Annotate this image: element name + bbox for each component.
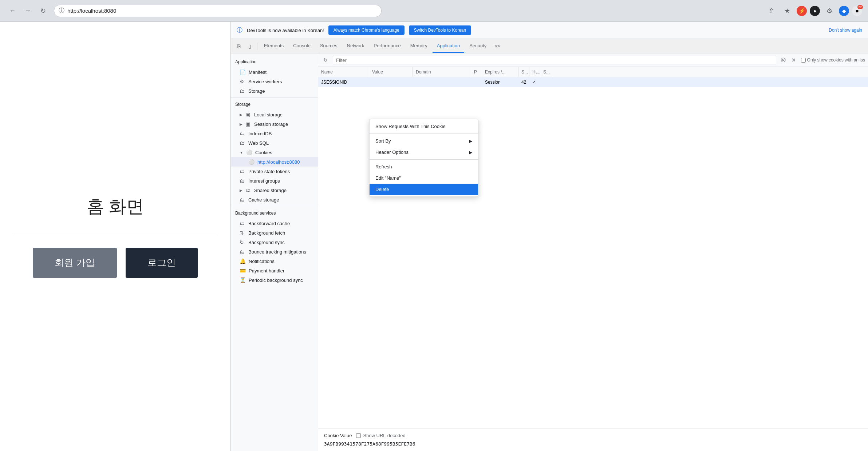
- filter-close-icon[interactable]: ✕: [789, 56, 798, 64]
- tab-network[interactable]: Network: [343, 40, 369, 53]
- more-tabs-button[interactable]: >>: [492, 43, 503, 49]
- sidebar-item-session-storage[interactable]: ▶ ▣ Session storage: [231, 119, 318, 129]
- payment-handler-icon: 💳: [240, 268, 246, 274]
- main-layout: 홈 화면 회원 가입 로그인 ⓘ DevTools is now availab…: [0, 22, 868, 451]
- sidebar-divider-1: [231, 97, 318, 97]
- dont-show-button[interactable]: Don't show again: [829, 28, 862, 33]
- td-p: [471, 77, 482, 87]
- cookie-table: Name Value Domain P Expires /... S... Ht…: [318, 67, 868, 87]
- sidebar-item-background-fetch[interactable]: ⇅ Background fetch: [231, 228, 318, 238]
- cookies-filter-checkbox-label[interactable]: Only show cookies with an iss: [801, 57, 865, 63]
- th-p: P: [471, 67, 482, 77]
- sidebar-item-interest-groups[interactable]: 🗂 Interest groups: [231, 176, 318, 185]
- filter-clear-filters-icon[interactable]: ☹: [779, 56, 788, 64]
- manifest-icon: 📄: [240, 69, 246, 75]
- sidebar-item-back-forward-cache[interactable]: 🗂 Back/forward cache: [231, 219, 318, 228]
- tab-performance[interactable]: Performance: [369, 40, 405, 53]
- background-sync-label: Background sync: [248, 240, 285, 245]
- local-storage-icon: ▣: [245, 112, 251, 117]
- cookie-value-label: Cookie Value: [324, 433, 352, 438]
- context-menu-refresh[interactable]: Refresh: [370, 161, 478, 172]
- sidebar-item-cookies[interactable]: ▼ ⚪ Cookies: [231, 148, 318, 157]
- cookies-filter-label: Only show cookies with an iss: [807, 57, 865, 63]
- address-bar[interactable]: ⓘ http://localhost:8080: [54, 5, 382, 17]
- sidebar-item-background-sync[interactable]: ↻ Background sync: [231, 238, 318, 247]
- context-menu-edit-name-label: Edit "Name": [375, 175, 401, 181]
- share-icon[interactable]: ⇪: [765, 4, 778, 17]
- th-sc: S...: [540, 67, 551, 77]
- sidebar-item-service-workers[interactable]: ⚙ Service workers: [231, 77, 318, 86]
- bookmark-icon[interactable]: ★: [781, 4, 794, 17]
- sidebar-item-cache-storage[interactable]: 🗂 Cache storage: [231, 195, 318, 204]
- context-menu-show-requests[interactable]: Show Requests With This Cookie: [370, 121, 478, 132]
- sidebar-item-private-state-tokens[interactable]: 🗂 Private state tokens: [231, 167, 318, 176]
- indexeddb-icon: 🗂: [240, 131, 245, 136]
- address-info-icon: ⓘ: [59, 7, 64, 15]
- device-icon[interactable]: ▯: [245, 41, 255, 51]
- settings-icon[interactable]: ⚙: [823, 4, 836, 17]
- local-storage-label: Local storage: [254, 112, 283, 117]
- context-menu-edit-name[interactable]: Edit "Name": [370, 172, 478, 184]
- extension-icon-red[interactable]: ⚡: [797, 6, 807, 16]
- sidebar-item-indexeddb[interactable]: 🗂 IndexedDB: [231, 129, 318, 138]
- manifest-label: Manifest: [249, 69, 267, 75]
- session-storage-icon: ▣: [245, 121, 251, 127]
- sidebar-item-bounce-tracking[interactable]: 🗂 Bounce tracking mitigations: [231, 247, 318, 256]
- context-menu-divider-2: [370, 159, 478, 160]
- sidebar-item-periodic-background-sync[interactable]: ⏳ Periodic background sync: [231, 275, 318, 285]
- periodic-background-sync-icon: ⏳: [240, 277, 246, 283]
- indexeddb-label: IndexedDB: [248, 131, 272, 136]
- filter-bar: ↻ ☹ ✕ Only show cookies with an iss: [318, 53, 868, 67]
- table-row-jsessionid[interactable]: JSESSIONID Session 42 ✓: [318, 77, 868, 87]
- web-sql-icon: 🗂: [240, 140, 245, 146]
- extension-icon-dark[interactable]: ●: [810, 6, 820, 16]
- background-fetch-label: Background fetch: [248, 230, 285, 236]
- web-sql-label: Web SQL: [248, 140, 269, 146]
- filter-input[interactable]: [333, 56, 776, 64]
- sidebar-item-web-sql[interactable]: 🗂 Web SQL: [231, 138, 318, 148]
- tab-sources[interactable]: Sources: [316, 40, 342, 53]
- cookies-arrow: ▼: [240, 151, 243, 155]
- tab-application[interactable]: Application: [433, 40, 465, 53]
- back-forward-cache-icon: 🗂: [240, 220, 245, 226]
- storage-top-icon: 🗂: [240, 88, 245, 94]
- private-state-tokens-icon: 🗂: [240, 168, 245, 174]
- sidebar-item-cookies-url[interactable]: ⚪ http://localhost:8080: [231, 157, 318, 167]
- tab-security[interactable]: Security: [465, 40, 491, 53]
- cache-storage-icon: 🗂: [240, 197, 245, 203]
- sidebar-item-manifest[interactable]: 📄 Manifest: [231, 67, 318, 77]
- filter-refresh-button[interactable]: ↻: [321, 56, 330, 64]
- cookies-filter-checkbox[interactable]: [801, 58, 806, 63]
- inspect-icon[interactable]: ⎘: [234, 41, 244, 51]
- sidebar-item-local-storage[interactable]: ▶ ▣ Local storage: [231, 110, 318, 119]
- tab-console[interactable]: Console: [289, 40, 315, 53]
- bounce-tracking-icon: 🗂: [240, 249, 245, 255]
- shared-storage-icon: 🗂: [245, 187, 251, 193]
- tab-memory[interactable]: Memory: [406, 40, 432, 53]
- sidebar-item-storage-top[interactable]: 🗂 Storage: [231, 86, 318, 96]
- tab-elements[interactable]: Elements: [260, 40, 288, 53]
- switch-korean-button[interactable]: Switch DevTools to Korean: [409, 25, 471, 35]
- show-url-decoded-checkbox[interactable]: [356, 433, 361, 438]
- back-button[interactable]: ←: [6, 4, 19, 17]
- context-menu-delete[interactable]: Delete: [370, 184, 478, 195]
- context-menu-sort-by-label: Sort By: [375, 138, 391, 144]
- login-button[interactable]: 로그인: [126, 248, 198, 278]
- address-url: http://localhost:8080: [67, 8, 116, 14]
- table-header: Name Value Domain P Expires /... S... Ht…: [318, 67, 868, 77]
- always-match-button[interactable]: Always match Chrome's language: [328, 25, 405, 35]
- context-menu-sort-by[interactable]: Sort By ▶: [370, 135, 478, 147]
- context-menu-header-options[interactable]: Header Options ▶: [370, 147, 478, 158]
- show-url-decoded-label[interactable]: Show URL-decoded: [356, 433, 405, 438]
- refresh-button[interactable]: ↻: [36, 4, 50, 17]
- sidebar-item-shared-storage[interactable]: ▶ 🗂 Shared storage: [231, 185, 318, 195]
- register-button[interactable]: 회원 가입: [33, 248, 117, 278]
- sidebar-item-notifications[interactable]: 🔔 Notifications: [231, 256, 318, 266]
- td-ht: ✓: [529, 77, 540, 87]
- context-menu-delete-label: Delete: [375, 187, 389, 192]
- context-menu-show-requests-label: Show Requests With This Cookie: [375, 124, 446, 129]
- sidebar-item-payment-handler[interactable]: 💳 Payment handler: [231, 266, 318, 275]
- forward-button[interactable]: →: [21, 4, 34, 17]
- extension-icon-blue[interactable]: ◆: [839, 6, 849, 16]
- nav-buttons: ← → ↻: [6, 4, 50, 17]
